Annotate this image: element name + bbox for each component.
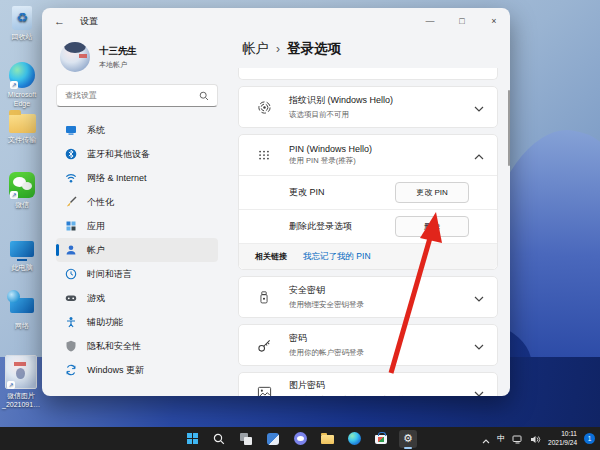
user-profile[interactable]: 十三先生 本地帐户	[60, 42, 218, 72]
sidebar-item-system[interactable]: 系统	[56, 118, 218, 142]
start-button[interactable]	[183, 430, 201, 448]
sidebar-item-windows-update[interactable]: Windows 更新	[56, 358, 218, 382]
network-places-icon	[10, 298, 34, 313]
volume-icon[interactable]	[530, 430, 541, 448]
shortcut-arrow-icon: ↗	[7, 381, 15, 389]
remove-pin-button[interactable]: 删除	[395, 216, 469, 237]
desktop-icon-label: 回收站	[2, 32, 42, 41]
related-links-label: 相关链接	[255, 251, 287, 262]
maximize-button[interactable]: □	[446, 8, 478, 34]
pin-subtitle: 使用 PIN 登录(推荐)	[289, 156, 458, 166]
chat-button[interactable]	[291, 430, 309, 448]
card-fingerprint[interactable]: 指纹识别 (Windows Hello) 该选项目前不可用	[238, 86, 498, 128]
tray-date: 2021/9/24	[548, 439, 577, 447]
ime-indicator[interactable]: 中	[497, 433, 505, 444]
change-pin-label: 更改 PIN	[289, 186, 395, 199]
back-button[interactable]: ←	[54, 15, 72, 27]
settings-window: ← 设置 — □ × 十三先生 本地帐户 查找设置	[42, 8, 510, 396]
notification-badge[interactable]: 1	[584, 433, 595, 444]
desktop-icon-label: 文件传输	[2, 135, 42, 144]
settings-cards: 指纹识别 (Windows Hello) 该选项目前不可用 PIN (Windo…	[238, 68, 498, 396]
gear-icon: ⚙	[403, 433, 413, 444]
minimize-button[interactable]: —	[414, 8, 446, 34]
settings-taskbar-button[interactable]: ⚙	[399, 430, 417, 448]
task-view-button[interactable]	[237, 430, 255, 448]
apps-icon	[64, 220, 77, 233]
taskbar-search-button[interactable]	[210, 430, 228, 448]
chevron-down-icon	[474, 98, 484, 116]
fingerprint-subtitle: 该选项目前不可用	[289, 110, 458, 120]
fingerprint-icon	[255, 100, 273, 115]
shortcut-arrow-icon: ↗	[10, 81, 18, 89]
recycle-bin-icon: ♻	[12, 6, 32, 30]
sidebar-item-gaming[interactable]: 游戏	[56, 286, 218, 310]
sidebar-item-privacy[interactable]: 隐私和安全性	[56, 334, 218, 358]
password-subtitle: 使用你的帐户密码登录	[289, 348, 458, 358]
bluetooth-icon	[64, 148, 77, 161]
pin-header[interactable]: PIN (Windows Hello) 使用 PIN 登录(推荐)	[239, 135, 497, 175]
chevron-down-icon	[474, 288, 484, 306]
gamepad-icon	[64, 292, 77, 305]
forgot-pin-link[interactable]: 我忘记了我的 PIN	[303, 251, 371, 263]
sidebar-item-accessibility[interactable]: 辅助功能	[56, 310, 218, 334]
desktop-icon-wechat[interactable]: ↗ 微信	[2, 172, 42, 209]
desktop-icon-recycle-bin[interactable]: ♻ 回收站	[2, 6, 42, 41]
breadcrumb-parent[interactable]: 帐户	[242, 40, 269, 58]
card-picture-password[interactable]: 图片密码 轻扫并点击你最喜爱的照片以解锁设备	[238, 372, 498, 396]
desktop-icon-image-file[interactable]: ↗ 微信图片_2021091…	[2, 355, 40, 409]
tray-expand-button[interactable]	[482, 430, 490, 448]
card-pin: PIN (Windows Hello) 使用 PIN 登录(推荐) 更改 PIN…	[238, 134, 498, 270]
file-explorer-icon	[321, 435, 334, 444]
sidebar-item-label: Windows 更新	[87, 364, 144, 377]
desktop-icon-label: 网络	[2, 321, 42, 330]
desktop-icon-edge[interactable]: ↗ Microsoft Edge	[2, 62, 42, 108]
clock[interactable]: 10:11 2021/9/24	[548, 430, 577, 447]
store-button[interactable]	[372, 430, 390, 448]
password-title: 密码	[289, 332, 458, 345]
sidebar-item-network[interactable]: 网络 & Internet	[56, 166, 218, 190]
desktop-icon-this-pc[interactable]: 此电脑	[2, 241, 42, 272]
search-icon	[199, 87, 209, 105]
widgets-icon	[267, 433, 279, 445]
desktop-icon-network[interactable]: 网络	[2, 298, 42, 330]
sidebar-item-time-language[interactable]: 时间和语言	[56, 262, 218, 286]
chevron-down-icon	[474, 383, 484, 396]
chevron-up-icon	[474, 146, 484, 164]
desktop-icon-folder[interactable]: 文件传输	[2, 114, 42, 144]
security-key-icon	[255, 290, 273, 305]
change-pin-button[interactable]: 更改 PIN	[395, 182, 469, 203]
sidebar-item-label: 蓝牙和其他设备	[87, 148, 150, 161]
taskbar-icons: ⚙	[183, 427, 417, 450]
picture-password-title: 图片密码	[289, 379, 458, 392]
page-title: 登录选项	[287, 40, 341, 58]
security-key-title: 安全密钥	[289, 284, 458, 297]
sidebar: 十三先生 本地帐户 查找设置 系统	[42, 34, 228, 396]
wechat-icon: ↗	[9, 172, 35, 198]
sidebar-item-label: 时间和语言	[87, 268, 132, 281]
window-controls: — □ ×	[414, 8, 510, 34]
scrollbar[interactable]	[508, 90, 510, 166]
system-icon	[64, 124, 77, 137]
card-security-key[interactable]: 安全密钥 使用物理安全密钥登录	[238, 276, 498, 318]
sidebar-item-personalization[interactable]: 个性化	[56, 190, 218, 214]
close-button[interactable]: ×	[478, 8, 510, 34]
sidebar-item-label: 网络 & Internet	[87, 172, 147, 185]
network-tray-icon[interactable]	[512, 430, 523, 448]
widgets-button[interactable]	[264, 430, 282, 448]
sidebar-item-label: 应用	[87, 220, 105, 233]
avatar	[60, 42, 90, 72]
card-password[interactable]: 密码 使用你的帐户密码登录	[238, 324, 498, 366]
sidebar-item-bluetooth[interactable]: 蓝牙和其他设备	[56, 142, 218, 166]
sidebar-item-apps[interactable]: 应用	[56, 214, 218, 238]
related-links-row: 相关链接 我忘记了我的 PIN	[239, 243, 497, 269]
window-body: 十三先生 本地帐户 查找设置 系统	[42, 34, 510, 396]
edge-button[interactable]	[345, 430, 363, 448]
file-explorer-button[interactable]	[318, 430, 336, 448]
system-tray: 中 10:11 2021/9/24 1	[482, 427, 600, 450]
breadcrumb: 帐户 › 登录选项	[242, 40, 498, 58]
this-pc-icon	[10, 241, 34, 257]
image-thumbnail-icon: ↗	[5, 355, 37, 389]
search-input[interactable]: 查找设置	[56, 84, 218, 107]
picture-icon	[255, 385, 273, 397]
sidebar-item-accounts[interactable]: 帐户	[56, 238, 218, 262]
